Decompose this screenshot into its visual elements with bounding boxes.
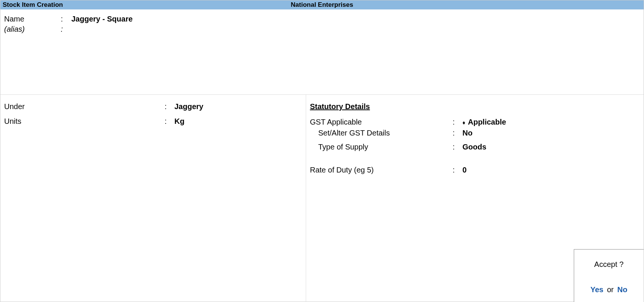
gst-applicable-label: GST Applicable (310, 118, 453, 126)
diamond-icon: ♦ (462, 119, 465, 126)
units-label: Units (4, 117, 165, 126)
screen-title: Stock Item Creation (0, 1, 63, 9)
company-name: National Enterprises (291, 1, 353, 9)
units-row: Units : Kg (4, 117, 306, 126)
name-row: Name : Jaggery - Square (4, 15, 644, 23)
accept-actions: Yes or No (574, 285, 644, 294)
accept-no-button[interactable]: No (617, 285, 627, 294)
set-alter-label: Set/Alter GST Details (310, 129, 453, 137)
left-panel: Under : Jaggery Units : Kg (0, 95, 306, 302)
right-panel: Statutory Details GST Applicable : ♦ App… (306, 95, 644, 302)
under-field[interactable]: Jaggery (174, 102, 203, 111)
accept-or: or (607, 285, 614, 294)
statutory-heading: Statutory Details (310, 102, 644, 111)
rate-duty-label: Rate of Duty (eg 5) (310, 166, 453, 174)
gst-applicable-field[interactable]: ♦ Applicable (462, 118, 506, 126)
type-supply-label: Type of Supply (310, 143, 453, 151)
title-bar: Stock Item Creation National Enterprises (0, 0, 644, 9)
body-section: Under : Jaggery Units : Kg Statutory Det… (0, 94, 644, 302)
units-field[interactable]: Kg (174, 117, 185, 126)
name-field[interactable]: Jaggery - Square (71, 15, 132, 23)
type-supply-field[interactable]: Goods (462, 143, 486, 151)
rate-duty-field[interactable]: 0 (462, 166, 467, 174)
gst-applicable-row: GST Applicable : ♦ Applicable (310, 118, 644, 126)
rate-duty-row: Rate of Duty (eg 5) : 0 (310, 166, 644, 174)
accept-dialog: Accept ? Yes or No (574, 249, 644, 302)
type-supply-row: Type of Supply : Goods (310, 143, 644, 151)
name-section: Name : Jaggery - Square (alias) : (0, 9, 644, 94)
alias-label: (alias) (4, 25, 61, 34)
accept-yes-button[interactable]: Yes (590, 285, 603, 294)
under-label: Under (4, 102, 165, 111)
accept-question: Accept ? (574, 260, 644, 269)
under-row: Under : Jaggery (4, 102, 306, 111)
alias-row: (alias) : (4, 25, 644, 34)
set-alter-row: Set/Alter GST Details : No (310, 129, 644, 137)
main-window: Stock Item Creation National Enterprises… (0, 0, 644, 302)
set-alter-field[interactable]: No (462, 129, 473, 137)
name-label: Name (4, 15, 61, 23)
